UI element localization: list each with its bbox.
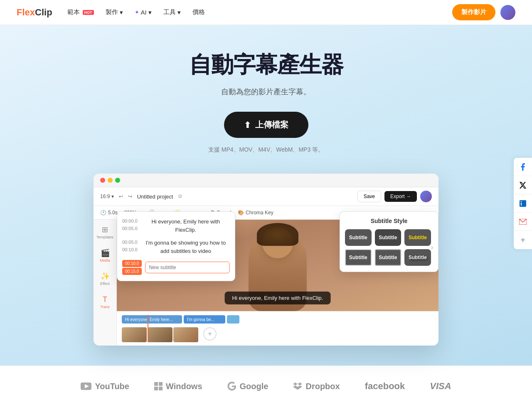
sidebar-icons: ⊞ Templates 🎬 Media ✨ Effect T Trans [94,220,117,346]
navbar: FlexClip 範本 HOT 製作 ▾ ✦ AI ▾ 工具 ▾ 價格 [0,0,532,25]
user-avatar [420,191,432,202]
subtitle-style-panel[interactable]: Subtitle Style Subtitle Subtitle [340,211,438,272]
filmstrip-track: + [122,326,433,342]
new-subtitle-input[interactable] [145,262,230,273]
subtitle-list-panel[interactable]: 00:00.0 00:05.0 Hi everyone, Emily here … [117,211,235,281]
social-facebook-button[interactable] [514,158,532,176]
editor-mockup: 16:9 ▾ ↩ ↪ Untitled project ⚙ Save Expor… [94,174,438,346]
media-icon: 🎬 [101,248,110,257]
hero-subtitle: 自動為您的影片產生字幕。 [17,87,515,97]
clip-1[interactable]: Hi everyone, Emily here... [122,315,182,324]
style-panel-title: Subtitle Style [345,218,433,224]
sidebar-effect[interactable]: ✨ Effect [98,271,113,286]
sidebar-templates[interactable]: ⊞ Templates [98,225,113,240]
editor-main: Hi everyone, Emily here with FlexClip. 0… [117,220,438,346]
make-video-button[interactable]: 製作影片 [452,4,495,20]
time-badge-2: 00:15.0 [122,268,142,275]
minimize-dot [108,178,113,183]
plus-icon: + [520,236,525,244]
hero-title: 自動字幕產生器 [17,50,515,80]
close-dot [100,178,105,183]
clip-3[interactable] [227,315,239,324]
person-hair [257,223,298,246]
style-item-1[interactable]: Subtitle [345,229,372,246]
brand-windows: Windows [154,382,202,391]
brand-facebook: facebook [365,381,405,392]
dropbox-icon [293,382,302,391]
film-thumb-2 [148,327,172,342]
google-icon [227,382,236,391]
new-subtitle-row: 00:10.0 00:15.0 [122,260,230,275]
subtitle-text-2: I'm gonna be showing you how to add subt… [142,239,230,255]
ai-star-icon: ✦ [135,9,139,15]
email-icon [519,219,527,225]
chevron-right-icon[interactable]: › [431,244,433,251]
upload-button[interactable]: ⬆ 上傳檔案 [224,112,308,138]
social-email-button[interactable] [514,213,532,231]
facebook-icon [521,163,525,171]
svg-rect-5 [159,387,163,390]
social-sidebar: + [514,158,532,249]
redo-btn[interactable]: ↪ [128,194,132,199]
style-item-4[interactable]: Subtitle [345,249,372,266]
timeline-inner: Hi everyone, Emily here... I'm gonna be.… [122,315,433,342]
brand-youtube: YouTube [81,382,129,391]
navbar-right: 製作影片 [452,4,515,20]
clip-2[interactable]: I'm gonna be... [184,315,225,324]
sidebar-media[interactable]: 🎬 Media [98,248,113,263]
navbar-left: FlexClip 範本 HOT 製作 ▾ ✦ AI ▾ 工具 ▾ 價格 [17,7,205,18]
nav-ai[interactable]: ✦ AI ▾ [135,9,152,16]
style-grid: Subtitle Subtitle Subtitle [345,229,431,266]
hot-badge: HOT [83,10,94,15]
titlebar [94,174,438,187]
nav-pricing[interactable]: 價格 [192,8,205,16]
nav-templates[interactable]: 範本 HOT [67,8,94,16]
time-badge-1: 00:10.0 [122,260,142,267]
subtitle-track: Hi everyone, Emily here... I'm gonna be.… [122,315,433,324]
twitter-x-icon [520,182,526,189]
svg-rect-3 [159,382,163,386]
timeline: Hi everyone, Emily here... I'm gonna be.… [117,311,438,346]
svg-rect-2 [154,382,158,386]
clock-icon: 🕐 [100,210,106,216]
brands-section: YouTube Windows Google Dropbox facebook … [0,365,532,407]
upload-icon: ⬆ [244,120,251,130]
nav-create[interactable]: 製作 ▾ [106,8,123,16]
filmstrip [122,327,198,342]
style-item-6[interactable]: Subtitle [404,249,431,266]
text-icon: T [103,295,107,304]
social-linkedin-button[interactable] [514,194,532,213]
project-name[interactable]: Untitled project [137,194,173,200]
template-icon: ⊞ [102,225,108,234]
save-button[interactable]: Save [357,191,381,202]
svg-rect-4 [154,387,158,390]
subtitle-text-1: Hi everyone, Emily here with FlexClip. [142,218,230,234]
duration-item: 🕐 5.0s [100,210,118,216]
logo[interactable]: FlexClip [17,7,52,18]
film-thumb-3 [173,327,198,342]
settings-icon[interactable]: ⚙ [178,194,182,199]
linkedin-icon [520,200,526,207]
style-item-3[interactable]: Subtitle [404,229,431,246]
undo-btn[interactable]: ↩ [119,194,123,199]
sidebar-text[interactable]: T Trans [98,294,113,309]
effect-icon: ✨ [101,272,110,281]
export-button[interactable]: Export → [384,191,417,202]
supported-formats: 支援 MP4、MOV、M4V、WebM、MP3 等。 [17,146,515,154]
canvas-subtitle: Hi everyone, Emily here with FlexClip. [225,292,331,304]
social-more-button[interactable]: + [514,231,532,249]
maximize-dot [115,178,120,183]
youtube-icon [81,382,91,390]
style-item-2[interactable]: Subtitle [375,229,401,246]
avatar[interactable] [500,5,515,20]
chroma-key-item[interactable]: 🎨 Chroma Key [238,210,273,216]
add-clip-button[interactable]: + [203,327,217,341]
canvas-area: Hi everyone, Emily here with FlexClip. 0… [117,220,438,311]
nav-links: 範本 HOT 製作 ▾ ✦ AI ▾ 工具 ▾ 價格 [67,8,205,16]
brand-visa: VISA [430,381,451,392]
style-item-5[interactable]: Subtitle [375,249,401,266]
nav-tools[interactable]: 工具 ▾ [163,8,181,16]
social-twitter-button[interactable] [514,176,532,194]
subtitle-row-1: 00:00.0 00:05.0 Hi everyone, Emily here … [122,218,230,234]
aspect-ratio[interactable]: 16:9 ▾ [100,194,114,199]
